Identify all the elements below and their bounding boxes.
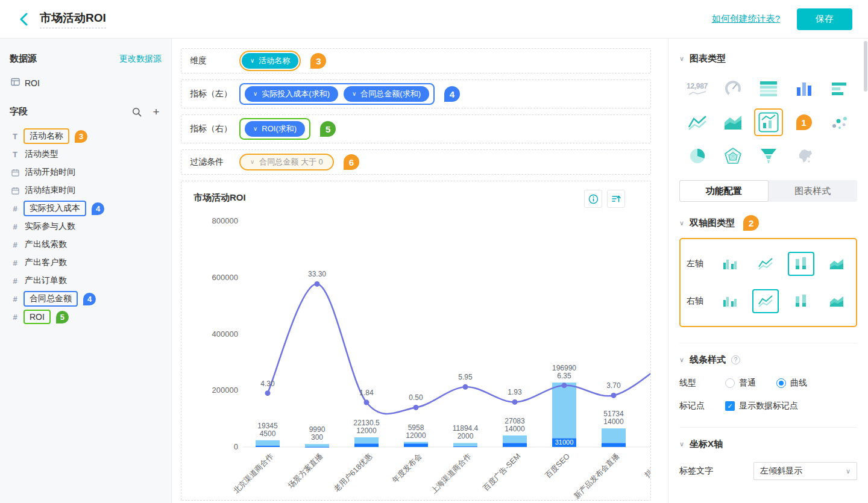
dual-axis-chart-icon[interactable] (754, 108, 783, 136)
chart-type-section-title: 图表类型 (690, 53, 726, 64)
line-chart-icon[interactable] (685, 110, 710, 135)
svg-text:51734: 51734 (603, 410, 624, 418)
grouped-bar-icon[interactable] (717, 289, 743, 313)
field-name: 产出线索数 (25, 239, 67, 250)
dimension-row: 维度 ∨ 活动名称 3 (181, 48, 651, 73)
field-item[interactable]: #合同总金额4 (10, 290, 162, 308)
scrollbar[interactable] (864, 41, 867, 92)
field-item[interactable]: T活动名称3 (10, 127, 162, 145)
field-name: 活动开始时间 (25, 167, 75, 178)
field-name: 实际参与人数 (25, 221, 75, 232)
scatter-chart-icon[interactable] (827, 110, 852, 135)
radar-chart-icon[interactable] (720, 143, 746, 169)
kpi-number-icon[interactable]: 12,987 (685, 76, 710, 101)
metric-pill[interactable]: ∨实际投入成本(求和) (245, 86, 338, 102)
dimension-pill-label: 活动名称 (259, 55, 290, 66)
svg-text:3.70: 3.70 (606, 381, 621, 390)
line-type-option-curve[interactable]: 曲线 (776, 378, 807, 389)
label-rotation-select[interactable]: 左倾斜显示 ∨ (753, 462, 857, 480)
chevron-down-icon: ∨ (250, 159, 254, 165)
field-item[interactable]: #产出订单数 (10, 272, 162, 290)
field-item[interactable]: #实际参与人数 (10, 217, 162, 236)
chevron-down-icon: ∨ (679, 219, 684, 227)
filter-pill[interactable]: ∨ 合同总金额 大于 0 (239, 154, 334, 170)
sort-icon[interactable] (607, 190, 625, 208)
line-style-section-header[interactable]: ∨ 线条样式 ? (679, 354, 857, 366)
svg-text:0: 0 (234, 442, 238, 451)
config-tabs: 功能配置 图表样式 (679, 180, 857, 202)
svg-text:22130.5: 22130.5 (353, 419, 380, 427)
chevron-down-icon: ∨ (679, 55, 684, 63)
left-metrics-row: 指标（左） ∨实际投入成本(求和)∨合同总金额(求和) 4 (181, 80, 651, 108)
field-item[interactable]: T活动类型 (10, 145, 162, 163)
right-metrics-wrapper: ∨ROI(求和) (239, 118, 310, 140)
field-item[interactable]: #实际投入成本4 (10, 199, 162, 217)
search-icon[interactable] (131, 107, 142, 117)
metric-pill[interactable]: ∨合同总金额(求和) (344, 86, 429, 102)
stacked-bar-icon[interactable] (788, 289, 814, 313)
datasource-item[interactable]: ROI (11, 78, 162, 88)
metric-pill[interactable]: ∨ROI(求和) (245, 121, 305, 137)
column-chart-icon[interactable] (791, 76, 817, 101)
svg-text:北京渠道商合作: 北京渠道商合作 (231, 452, 275, 495)
field-item[interactable]: #产出客户数 (10, 254, 162, 272)
line-type-row: 线型 普通 曲线 (679, 378, 857, 389)
svg-text:400000: 400000 (212, 330, 238, 339)
bar-chart-icon[interactable] (827, 76, 852, 101)
calendar-icon (10, 187, 20, 195)
line-icon[interactable] (752, 289, 778, 313)
filter-row: 过滤条件 ∨ 合同总金额 大于 0 6 (181, 149, 651, 175)
marker-option[interactable]: ✓ 显示数据标记点 (725, 401, 798, 411)
svg-text:19345: 19345 (257, 422, 278, 430)
back-icon[interactable] (16, 11, 31, 27)
svg-text:5958: 5958 (408, 423, 424, 432)
radio-unchecked-icon[interactable] (725, 378, 735, 388)
save-button[interactable]: 保存 (797, 8, 852, 30)
dimension-pill[interactable]: ∨ 活动名称 (242, 53, 298, 69)
area-chart-icon[interactable] (720, 110, 746, 135)
help-question-icon[interactable]: ? (731, 355, 740, 364)
line-type-option-normal[interactable]: 普通 (725, 378, 756, 389)
tab-function-config[interactable]: 功能配置 (679, 180, 769, 202)
funnel-chart-icon[interactable] (756, 143, 781, 169)
field-item[interactable]: 活动开始时间 (10, 163, 162, 181)
field-item[interactable]: 活动结束时间 (10, 181, 162, 199)
field-name: ROI (24, 310, 51, 324)
svg-text:14000: 14000 (505, 425, 525, 433)
line-icon[interactable] (752, 252, 778, 276)
field-item[interactable]: #ROI5 (10, 308, 162, 326)
step-badge: 1 (791, 110, 817, 135)
marker-label: 标记点 (679, 401, 725, 411)
map-chart-icon[interactable] (791, 143, 817, 169)
datasource-label: 数据源 (10, 53, 37, 64)
info-icon[interactable] (584, 190, 602, 208)
svg-text:百度广告-SEM: 百度广告-SEM (482, 452, 522, 492)
svg-text:新产品发布会直播: 新产品发布会直播 (573, 452, 621, 501)
radio-checked-icon[interactable] (776, 378, 786, 388)
page-title[interactable]: 市场活动ROI (40, 10, 106, 28)
area-icon[interactable] (824, 252, 850, 276)
grouped-bar-icon[interactable] (717, 252, 743, 276)
right-axis-label: 右轴 (687, 296, 707, 307)
dual-axis-section-header[interactable]: ∨ 双轴图类型 (679, 217, 735, 229)
help-link[interactable]: 如何创建统计表? (712, 13, 780, 25)
fields-label: 字段 (10, 106, 28, 117)
calendar-icon (10, 169, 20, 177)
tab-chart-style[interactable]: 图表样式 (769, 180, 858, 202)
area-icon[interactable] (824, 289, 850, 313)
gauge-icon[interactable] (720, 76, 746, 101)
add-field-icon[interactable]: + (151, 107, 162, 117)
pie-chart-icon[interactable] (685, 143, 710, 169)
svg-text:12000: 12000 (406, 431, 426, 440)
svg-text:200000: 200000 (212, 386, 238, 395)
field-item[interactable]: #产出线索数 (10, 236, 162, 254)
change-datasource-link[interactable]: 更改数据源 (119, 54, 162, 64)
stacked-bar-icon[interactable] (788, 252, 814, 276)
dimension-label: 维度 (190, 55, 239, 66)
chart-type-section-header[interactable]: ∨ 图表类型 (679, 53, 857, 64)
table-chart-icon[interactable] (756, 76, 781, 101)
x-axis-section-header[interactable]: ∨ 坐标X轴 (679, 439, 857, 450)
number-field-icon: # (10, 204, 20, 213)
checkbox-checked-icon[interactable]: ✓ (725, 401, 735, 411)
dimension-highlight: ∨ 活动名称 (239, 51, 301, 71)
